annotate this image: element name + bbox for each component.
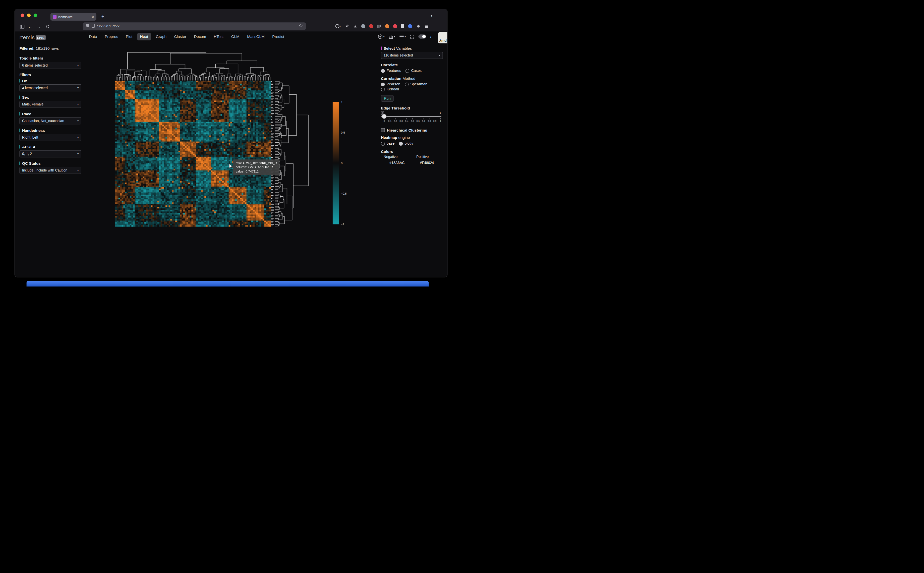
extension-gray-icon[interactable] (361, 24, 365, 28)
correlation-heatmap-canvas[interactable] (115, 81, 271, 227)
method-option-pearson[interactable]: Pearson (381, 82, 400, 87)
right-dendrogram-canvas[interactable] (270, 81, 310, 227)
filter-select-apoe4[interactable]: 0, 1, 2▾ (19, 150, 81, 157)
radio-label: Features (387, 69, 401, 73)
background-window-strip[interactable] (27, 281, 429, 286)
extension-orange-icon[interactable] (385, 24, 389, 28)
radio-label: base (387, 141, 395, 146)
slider-tick-mark (418, 118, 418, 119)
close-window-button[interactable] (20, 14, 24, 17)
app-logo-text: rtemis (19, 34, 34, 41)
heatmap-engine-rest: engine (398, 135, 410, 140)
filtered-label: Filtered: (19, 46, 34, 51)
colors-sublabels: Negative Positive (381, 155, 442, 159)
new-tab-icon[interactable]: + (100, 14, 106, 20)
positive-color-input[interactable]: #F48024 (416, 160, 438, 166)
tab-overflow-icon[interactable]: ▾ (431, 14, 432, 17)
extension-blue-icon[interactable] (408, 24, 412, 28)
app-tab-preproc[interactable]: Preproc (102, 33, 121, 40)
app-tab-massglm[interactable]: MassGLM (245, 33, 267, 40)
engine-option-plotly[interactable]: plotly (399, 141, 413, 146)
filtered-value: 181/190 rows (36, 46, 59, 51)
control-panel: SelectVariables 116 items selected ▾ Cor… (381, 46, 442, 166)
toggle-filters-select[interactable]: 6 items selected ▾ (19, 62, 81, 69)
run-button[interactable]: Run (381, 95, 394, 102)
sidebar-toggle-icon[interactable] (19, 23, 25, 30)
forward-icon[interactable]: → (35, 23, 42, 30)
filter-select-sex[interactable]: Male, Female▾ (19, 101, 81, 108)
radio-unselected-icon[interactable] (405, 69, 409, 72)
filter-select-handedness[interactable]: Right, Left▾ (19, 134, 81, 141)
slider-tick-label: 0.7 (422, 120, 425, 122)
minimize-window-button[interactable] (27, 14, 31, 17)
app-tab-glm[interactable]: GLM (228, 33, 242, 40)
extension-notes-icon[interactable] (401, 24, 404, 28)
tracking-protection-shield-icon[interactable] (86, 23, 89, 29)
filter-select-qc-status[interactable]: Include, Include with Caution▾ (19, 167, 81, 174)
data-cube-menu-icon[interactable]: ▾ (378, 34, 385, 39)
url-text[interactable]: 127.0.0.1:7277 (97, 24, 297, 28)
account-icon[interactable]: ▾ (335, 24, 341, 28)
filter-sidebar: Filtered:181/190 rows Toggle filters 6 i… (19, 46, 81, 174)
accent-bar (381, 47, 382, 50)
app-tab-decom[interactable]: Decom (191, 33, 209, 40)
tab-close-icon[interactable]: × (92, 15, 94, 19)
url-bar[interactable]: 127.0.0.1:7277 (83, 22, 306, 30)
slider-tick-label: 0.3 (399, 120, 403, 122)
slider-tick-mark (384, 118, 385, 119)
slider-tick-mark (406, 118, 407, 119)
app-tab-data[interactable]: Data (86, 33, 100, 40)
radio-unselected-icon[interactable] (405, 82, 408, 86)
radio-selected-icon[interactable] (381, 82, 385, 86)
select-variables-dropdown[interactable]: 116 items selected ▾ (381, 52, 442, 59)
browser-tab[interactable]: rtemislive × (50, 13, 97, 21)
theme-toggle[interactable] (418, 34, 426, 38)
edge-threshold-slider-track[interactable] (381, 116, 441, 117)
tools-wrench-icon[interactable] (344, 24, 349, 29)
method-option-kendall[interactable]: Kendall (381, 87, 399, 92)
extension-red-icon[interactable] (369, 24, 373, 28)
site-info-icon[interactable] (92, 23, 95, 29)
correlate-option-cases[interactable]: Cases (405, 68, 422, 73)
extension-bars-icon[interactable] (377, 24, 381, 28)
app-tab-graph[interactable]: Graph (153, 33, 169, 40)
filter-label-sex: Sex (19, 95, 81, 100)
radio-unselected-icon[interactable] (381, 142, 385, 146)
downloads-icon[interactable] (353, 24, 357, 29)
app-tab-cluster[interactable]: Cluster (172, 33, 189, 40)
tooltip-row-value: GMD_Temporal_Mid_R (243, 161, 277, 164)
tooltip-column-label: column: (236, 165, 247, 169)
radio-unselected-icon[interactable] (381, 88, 385, 91)
reload-icon[interactable] (44, 23, 51, 30)
bookmark-star-icon[interactable] (299, 23, 303, 29)
method-option-spearman[interactable]: Spearman (405, 82, 427, 87)
filter-select-value: 4 items selected (22, 86, 48, 90)
slider-tick-label: 1 (440, 120, 441, 122)
app-tab-plot[interactable]: Plot (123, 33, 135, 40)
options-menu-icon[interactable]: ▾ (399, 34, 406, 38)
fullscreen-icon[interactable] (410, 34, 414, 39)
correlate-option-features[interactable]: Features (381, 68, 401, 73)
back-icon[interactable]: ← (27, 23, 34, 30)
app-tab-predict[interactable]: Predict (270, 33, 287, 40)
radio-selected-icon[interactable] (399, 142, 403, 146)
app-tab-htest[interactable]: HTest (211, 33, 226, 40)
filter-select-dx[interactable]: 4 items selected▾ (19, 85, 81, 91)
slider-tick-label: 0.1 (388, 120, 391, 122)
plots-menu-icon[interactable]: ▾ (389, 34, 395, 39)
info-icon[interactable]: i (430, 34, 432, 39)
zoom-window-button[interactable] (34, 14, 37, 17)
select-variables-bold: Select (384, 46, 395, 51)
extensions-puzzle-icon[interactable] (416, 24, 420, 29)
negative-label: Negative (384, 155, 416, 159)
menu-icon[interactable] (424, 24, 428, 29)
radio-selected-icon[interactable] (381, 69, 385, 72)
top-dendrogram-canvas[interactable] (115, 44, 271, 81)
negative-color-input[interactable]: #18A3AC (384, 160, 411, 166)
hierarchical-clustering-checkbox[interactable] (381, 128, 385, 132)
engine-option-base[interactable]: base (381, 141, 394, 146)
filter-select-race[interactable]: Caucasian, Not_caucasian▾ (19, 117, 81, 124)
radio-label: Spearman (410, 82, 427, 86)
extension-red2-icon[interactable] (393, 24, 397, 28)
app-tab-heat[interactable]: Heat (138, 33, 151, 40)
